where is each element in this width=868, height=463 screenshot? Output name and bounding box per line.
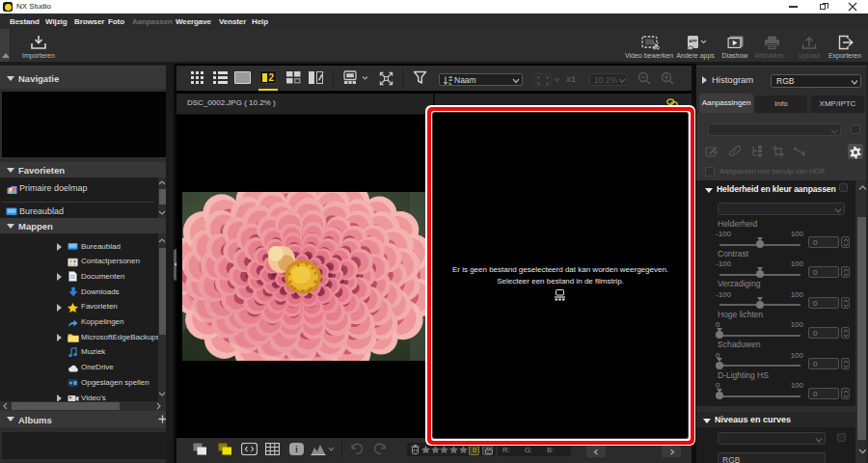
svg-text:APP: APP <box>689 39 697 43</box>
